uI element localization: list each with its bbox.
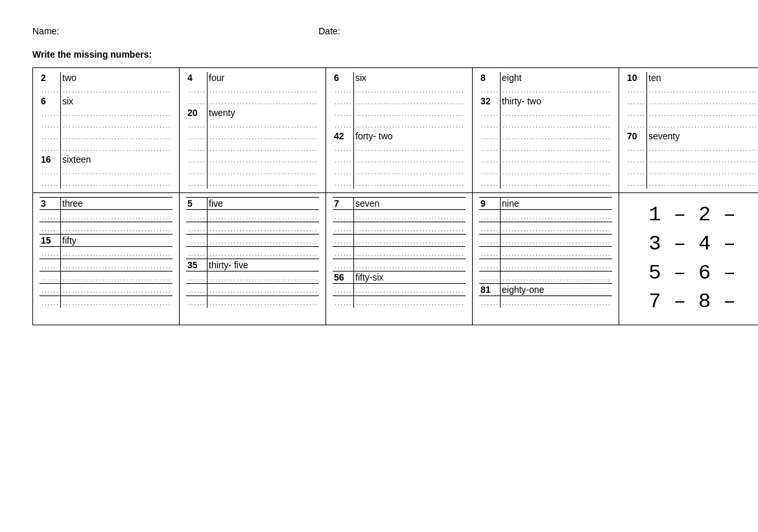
section-9: 9nine …………………………………… …………………………………… …………… [473,193,619,325]
big-numbers-line3: 5 – 6 – [632,259,753,288]
main-table: 2two …………………………………… 6six …………………………………… … [32,67,758,325]
big-numbers-section: 1 – 2 – 3 – 4 – 5 – 6 – 7 – 8 – [619,193,759,325]
header: Name: Date: [32,26,726,36]
section-7: 7seven …………………………………… …………………………………… ………… [326,193,473,325]
section-10: 10ten …………………………………… …………………………………… …………… [619,68,759,193]
num-2: 2 [40,72,61,84]
section-2: 2two …………………………………… 6six …………………………………… … [33,68,180,193]
section-3: 3three …………………………………… …………………………………… 15f… [33,193,180,325]
top-sections-row: 2two …………………………………… 6six …………………………………… … [33,68,759,193]
big-numbers-line1: 1 – 2 – [632,201,753,230]
word-two: two [61,72,173,84]
big-numbers-line2: 3 – 4 – [632,230,753,259]
section-8: 8eight …………………………………… 32thirty- two …………… [473,68,619,193]
big-numbers-line4: 7 – 8 – [632,288,753,317]
big-numbers-display: 1 – 2 – 3 – 4 – 5 – 6 – 7 – 8 – [622,194,758,323]
section-5: 5five …………………………………… …………………………………… …………… [180,193,326,325]
section-4: 4four …………………………………… …………………………………… 20tw… [180,68,326,193]
date-label: Date: [318,26,340,36]
bottom-sections-row: 3three …………………………………… …………………………………… 15f… [33,193,759,325]
section-6: 6six …………………………………… …………………………………… ……………… [326,68,473,193]
name-label: Name: [32,26,59,36]
instruction: Write the missing numbers: [32,49,726,60]
